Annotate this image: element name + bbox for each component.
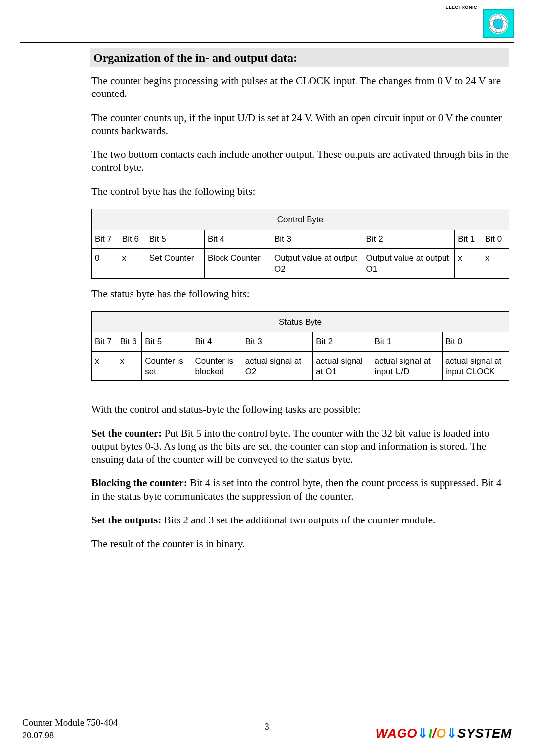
table-cell: Bit 3 [271,230,363,249]
table-cell: actual signal at O1 [313,351,371,381]
down-arrow-icon: ⇓ [417,726,429,741]
footer-doc-title: Counter Module 750-404 [22,716,118,730]
set-outputs-label: Set the outputs: [91,514,161,526]
brand-wago: WAGO [376,726,417,741]
brand-wordmark: WAGO⇓I/O⇓SYSTEM [376,726,512,741]
table-cell: Bit 0 [442,332,509,351]
paragraph: The two bottom contacts each include ano… [91,148,509,174]
table-title: Control Byte [92,209,509,230]
table-cell: Bit 4 [192,332,242,351]
table-cell: actual signal at O2 [242,351,312,381]
brand-slash: / [432,726,436,741]
table-cell: Bit 5 [142,332,192,351]
paragraph: The status byte has the following bits: [91,287,509,300]
set-counter-label: Set the counter: [91,427,162,439]
status-byte-table: Status Byte Bit 7 Bit 6 Bit 5 Bit 4 Bit … [91,311,509,381]
brand-o: O [436,726,446,741]
set-outputs-text: Bits 2 and 3 set the additional two outp… [161,514,435,526]
control-byte-table: Control Byte Bit 7 Bit 6 Bit 5 Bit 4 Bit… [91,209,509,279]
logo-globe-icon [489,14,508,34]
paragraph: Set the outputs: Bits 2 and 3 set the ad… [91,514,509,526]
table-header-row: Bit 7 Bit 6 Bit 5 Bit 4 Bit 3 Bit 2 Bit … [92,332,509,351]
paragraph: Set the counter: Put Bit 5 into the cont… [91,427,509,466]
table-cell: Bit 4 [204,230,271,249]
table-cell: Bit 7 [92,230,119,249]
table-cell: Counter is set [142,351,192,381]
table-cell: Bit 3 [242,332,312,351]
section-title: Organization of the in- and output data: [90,48,509,67]
brand-system: SYSTEM [457,726,512,741]
table-cell: x [455,249,482,279]
paragraph: The counter counts up, if the input U/D … [91,111,509,138]
paragraph: The counter begins processing with pulse… [91,74,509,100]
table-cell: actual signal at input U/D [371,351,442,381]
paragraph: Blocking the counter: Bit 4 is set into … [91,476,509,503]
brand-logo [483,9,514,38]
down-arrow-icon: ⇓ [446,726,458,741]
table-cell: Bit 0 [482,230,509,249]
table-cell: x [92,351,117,381]
table-cell: Output value at output O1 [363,249,455,279]
table-cell: x [119,249,146,279]
table-cell: Bit 1 [455,230,482,249]
table-cell: Set Counter [146,249,204,279]
header-rule [20,42,514,43]
main-content: Organization of the in- and output data:… [0,44,534,550]
paragraph: The result of the counter is in binary. [91,537,509,550]
block-counter-label: Blocking the counter: [91,477,187,489]
table-cell: Bit 6 [117,332,142,351]
table-cell: Bit 2 [313,332,371,351]
table-cell: actual signal at input CLOCK [442,351,509,381]
table-cell: Bit 7 [92,332,117,351]
brand-i: I [428,726,432,741]
table-cell: Bit 6 [119,230,146,249]
table-cell: Output value at output O2 [271,249,363,279]
table-cell: x [117,351,142,381]
page-header: ELECTRONIC [0,0,534,44]
table-header-row: Bit 7 Bit 6 Bit 5 Bit 4 Bit 3 Bit 2 Bit … [92,230,509,249]
table-cell: 0 [92,249,119,279]
table-cell: Block Counter [204,249,271,279]
table-row: 0 x Set Counter Block Counter Output val… [92,249,509,279]
page-footer: Counter Module 750-404 20.07.98 WAGO⇓I/O… [0,716,534,741]
table-cell: x [482,249,509,279]
footer-date: 20.07.98 [22,730,118,741]
table-cell: Bit 2 [363,230,455,249]
table-cell: Bit 5 [146,230,204,249]
table-cell: Bit 1 [371,332,442,351]
svg-point-3 [493,19,503,29]
table-row: x x Counter is set Counter is blocked ac… [92,351,509,381]
table-cell: Counter is blocked [192,351,242,381]
table-title: Status Byte [92,312,509,332]
footer-left: Counter Module 750-404 20.07.98 [22,716,118,741]
electronic-label: ELECTRONIC [446,5,478,10]
paragraph: The control byte has the following bits: [91,185,509,198]
paragraph: With the control and status-byte the fol… [91,403,509,416]
